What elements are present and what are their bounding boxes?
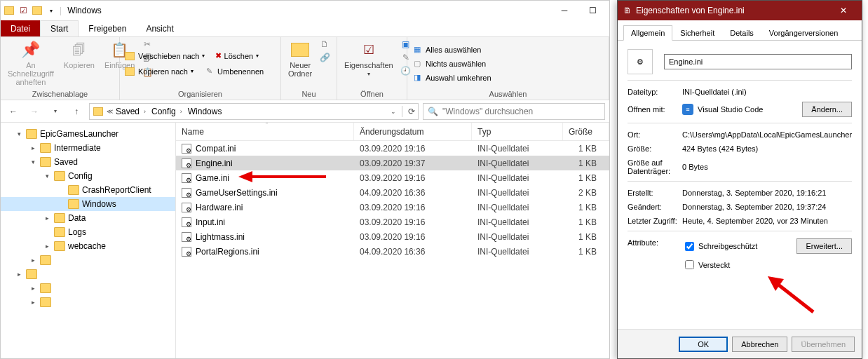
- crumb-windows[interactable]: Windows: [188, 107, 222, 116]
- tab-start[interactable]: Start: [40, 20, 79, 36]
- selectnone-button[interactable]: Nichts auswählen: [426, 60, 486, 68]
- file-date: 03.09.2020 19:16: [354, 232, 472, 242]
- pin-button[interactable]: 📌 An Schnellzugriff anheften: [5, 39, 57, 88]
- tree-item[interactable]: ▸Intermediate: [1, 141, 175, 155]
- newitem-icon[interactable]: 🗋: [319, 39, 330, 50]
- tree-item[interactable]: ▸webcache: [1, 239, 175, 253]
- advanced-button[interactable]: Erweitert...: [796, 238, 852, 254]
- address-dropdown-icon[interactable]: ⌄: [391, 108, 396, 115]
- expand-icon[interactable]: ▾: [15, 130, 23, 137]
- expand-icon[interactable]: ▸: [29, 257, 37, 264]
- file-size: 1 KB: [563, 247, 609, 257]
- tree-item[interactable]: CrashReportClient: [1, 183, 175, 197]
- value-location: C:\Users\mg\AppData\Local\EpicGamesLaunc…: [682, 130, 852, 139]
- qat-dropdown-icon[interactable]: ▾: [46, 5, 57, 16]
- cancel-button[interactable]: Abbrechen: [732, 337, 787, 352]
- col-name[interactable]: Name: [182, 127, 204, 137]
- copyto-button[interactable]: Kopieren nach: [138, 67, 188, 76]
- qat-newfolder-icon[interactable]: [32, 5, 43, 16]
- expand-icon[interactable]: ▸: [29, 144, 37, 151]
- tree-item[interactable]: ▸: [1, 253, 175, 267]
- file-date: 03.09.2020 19:16: [354, 144, 472, 154]
- filename-input[interactable]: [664, 54, 852, 69]
- expand-icon[interactable]: ▸: [15, 271, 23, 278]
- vscode-icon: ≡: [682, 104, 693, 115]
- tree-item[interactable]: ▸: [1, 281, 175, 295]
- file-name: Game.ini: [196, 173, 229, 183]
- tree-item[interactable]: ▾Config: [1, 169, 175, 183]
- tab-freigeben[interactable]: Freigeben: [79, 20, 136, 36]
- apply-button[interactable]: Übernehmen: [792, 337, 855, 352]
- file-row[interactable]: Lightmass.ini03.09.2020 19:16INI-Quellda…: [176, 229, 609, 244]
- properties-button[interactable]: ☑ Eigenschaften ▾: [341, 39, 396, 79]
- column-headers[interactable]: Name˄ Änderungsdatum Typ Größe: [176, 123, 609, 141]
- tree-item[interactable]: ▸Data: [1, 211, 175, 225]
- expand-icon[interactable]: ▾: [29, 158, 37, 165]
- rename-button[interactable]: Umbenennen: [217, 67, 264, 76]
- close-button[interactable]: ✕: [831, 2, 856, 19]
- tree-item[interactable]: ▾Saved: [1, 155, 175, 169]
- copy-button[interactable]: 🗐 Kopieren: [61, 39, 97, 71]
- tree-item-label: CrashReportClient: [82, 185, 151, 195]
- crumb-saved[interactable]: Saved: [116, 107, 140, 116]
- file-row[interactable]: PortalRegions.ini04.09.2020 16:36INI-Que…: [176, 244, 609, 259]
- tab-allgemein[interactable]: Allgemein: [623, 25, 672, 41]
- file-date: 03.09.2020 19:16: [354, 173, 472, 183]
- tab-ansicht[interactable]: Ansicht: [136, 20, 183, 36]
- file-row[interactable]: Engine.ini03.09.2020 19:37INI-Quelldatei…: [176, 156, 609, 170]
- invert-button[interactable]: Auswahl umkehren: [426, 74, 491, 82]
- file-row[interactable]: GameUserSettings.ini04.09.2020 16:36INI-…: [176, 185, 609, 200]
- minimize-button[interactable]: ─: [550, 2, 578, 19]
- tab-vorgaenger[interactable]: Vorgängerversionen: [761, 25, 846, 41]
- file-size: 1 KB: [563, 217, 609, 227]
- tree-item[interactable]: ▸: [1, 295, 175, 309]
- file-menu[interactable]: Datei: [1, 20, 40, 36]
- search-input[interactable]: 🔍 "Windows" durchsuchen: [423, 103, 605, 120]
- crumb-config[interactable]: Config: [151, 107, 176, 116]
- properties-icon: ☑: [359, 40, 379, 60]
- selectall-button[interactable]: Alles auswählen: [426, 46, 482, 54]
- expand-icon[interactable]: ▸: [29, 299, 37, 306]
- tab-details[interactable]: Details: [722, 25, 761, 41]
- expand-icon[interactable]: ▸: [43, 243, 51, 250]
- file-date: 03.09.2020 19:16: [354, 203, 472, 212]
- delete-button[interactable]: Löschen: [224, 52, 254, 60]
- folder-icon: [54, 227, 65, 237]
- label-filetype: Dateityp:: [628, 88, 682, 96]
- tree-item-label: Windows: [82, 199, 116, 209]
- tree-item[interactable]: Windows: [1, 197, 175, 211]
- recent-dropdown[interactable]: ▾: [47, 103, 64, 120]
- expand-icon[interactable]: ▾: [43, 172, 51, 180]
- newfolder-button[interactable]: Neuer Ordner: [285, 39, 315, 79]
- file-row[interactable]: Hardware.ini03.09.2020 19:16INI-Quelldat…: [176, 200, 609, 215]
- file-row[interactable]: Game.ini03.09.2020 19:16INI-Quelldatei1 …: [176, 170, 609, 185]
- qat-properties-icon[interactable]: ☑: [18, 5, 29, 16]
- folder-tree[interactable]: ▾EpicGamesLauncher▸Intermediate▾Saved▾Co…: [1, 123, 176, 358]
- expand-icon[interactable]: ▸: [43, 215, 51, 222]
- expand-icon[interactable]: ▸: [29, 285, 37, 292]
- col-date[interactable]: Änderungsdatum: [360, 127, 423, 137]
- refresh-button[interactable]: ⟳: [408, 107, 415, 116]
- easyaccess-icon[interactable]: 🔗: [319, 52, 330, 63]
- tree-item[interactable]: Logs: [1, 225, 175, 239]
- maximize-button[interactable]: ☐: [578, 2, 606, 19]
- tree-item[interactable]: ▸: [1, 267, 175, 281]
- up-button[interactable]: ↑: [68, 103, 85, 120]
- readonly-checkbox[interactable]: [685, 242, 694, 251]
- value-openwith: Visual Studio Code: [698, 105, 763, 114]
- dialog-titlebar[interactable]: 🗎 Eigenschaften von Engine.ini ✕: [618, 1, 862, 20]
- forward-button[interactable]: →: [26, 103, 43, 120]
- file-row[interactable]: Input.ini03.09.2020 19:16INI-Quelldatei1…: [176, 215, 609, 229]
- col-type[interactable]: Typ: [477, 127, 491, 137]
- address-bar[interactable]: ≪ Saved› Config› Windows ⌄ ⟳: [89, 103, 419, 120]
- invert-icon: ◨: [412, 72, 423, 83]
- back-button[interactable]: ←: [5, 103, 22, 120]
- tree-item[interactable]: ▾EpicGamesLauncher: [1, 127, 175, 141]
- hidden-checkbox[interactable]: [685, 260, 694, 269]
- ok-button[interactable]: OK: [679, 337, 728, 352]
- change-button[interactable]: Ändern...: [802, 102, 852, 117]
- moveto-button[interactable]: Verschieben nach: [138, 52, 199, 60]
- tab-sicherheit[interactable]: Sicherheit: [672, 25, 722, 41]
- col-size[interactable]: Größe: [569, 127, 592, 137]
- file-row[interactable]: Compat.ini03.09.2020 19:16INI-Quelldatei…: [176, 141, 609, 156]
